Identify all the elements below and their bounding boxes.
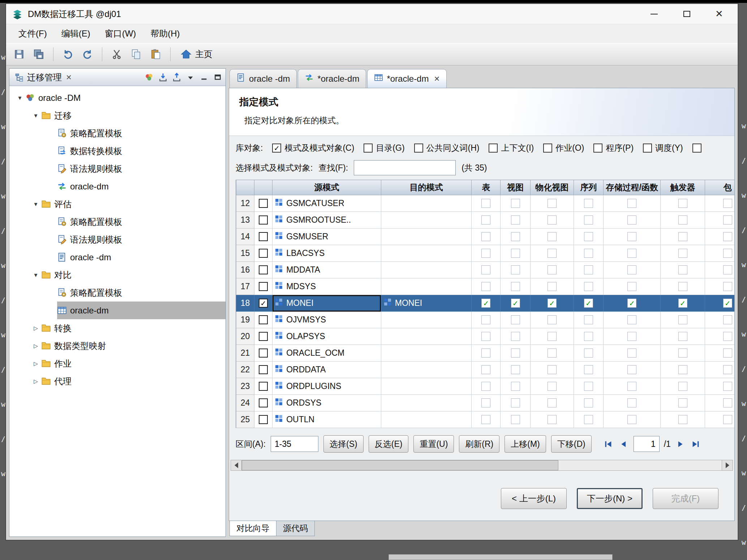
object-checkbox-icon[interactable] — [678, 265, 687, 274]
expand-arrow-icon[interactable]: ▷ — [30, 378, 41, 385]
object-checkbox-icon[interactable] — [548, 332, 557, 341]
object-checkbox-icon[interactable] — [511, 365, 520, 374]
schema-row[interactable]: 12GSMCATUSER — [236, 195, 735, 212]
object-checkbox-icon[interactable] — [627, 365, 636, 374]
tree-item[interactable]: ▷作业 — [9, 355, 226, 372]
object-checkbox-icon[interactable] — [548, 415, 557, 424]
object-checkbox-icon[interactable] — [723, 398, 732, 407]
object-checkbox-icon[interactable] — [678, 315, 687, 324]
collapse-arrow-icon[interactable]: ▼ — [30, 201, 41, 207]
column-header[interactable]: 物化视图 — [530, 180, 574, 195]
column-header-blank[interactable] — [236, 180, 254, 195]
collapse-arrow-icon[interactable]: ▼ — [30, 272, 41, 278]
object-checkbox-icon[interactable] — [511, 232, 520, 241]
row-checkbox-icon[interactable] — [259, 398, 268, 407]
object-checkbox-icon[interactable] — [678, 199, 687, 208]
tree-item[interactable]: 语法规则模板 — [9, 160, 226, 178]
object-checkbox-icon[interactable] — [723, 232, 732, 241]
object-checkbox-icon[interactable] — [678, 215, 687, 225]
object-checkbox-icon[interactable] — [548, 398, 557, 407]
object-checkbox-icon[interactable] — [627, 415, 636, 424]
object-checkbox-icon[interactable] — [723, 249, 732, 258]
object-checkbox-icon[interactable] — [584, 249, 593, 258]
object-checkbox-icon[interactable] — [627, 349, 636, 358]
object-checkbox-icon[interactable] — [584, 232, 593, 241]
column-header[interactable]: 源模式 — [272, 180, 381, 195]
table-action-button[interactable]: 下移(D) — [551, 435, 592, 453]
object-checkbox-icon[interactable] — [678, 232, 687, 241]
object-checkbox-icon[interactable] — [678, 415, 687, 424]
object-checkbox-icon[interactable] — [723, 415, 732, 424]
object-checkbox-icon[interactable] — [511, 315, 520, 324]
object-checkbox-icon[interactable] — [723, 199, 732, 208]
object-checkbox-icon[interactable] — [511, 382, 520, 391]
editor-tab[interactable]: *oracle-dm✕ — [367, 69, 447, 88]
redo-button[interactable] — [79, 46, 96, 63]
object-checkbox-icon[interactable] — [678, 349, 687, 358]
object-checkbox-icon[interactable] — [627, 282, 636, 291]
prev-page-icon[interactable] — [618, 439, 629, 449]
db-object-option[interactable]: 作业(O) — [543, 142, 584, 154]
tab-close-icon[interactable]: ✕ — [434, 74, 440, 83]
table-action-button[interactable]: 选择(S) — [323, 435, 364, 453]
save-button[interactable] — [10, 46, 28, 63]
row-checkbox-icon[interactable] — [259, 382, 268, 391]
object-checkbox-icon[interactable] — [481, 249, 490, 258]
object-checkbox-icon[interactable] — [723, 315, 732, 324]
horizontal-scrollbar[interactable] — [231, 460, 733, 471]
object-checkbox-icon[interactable] — [723, 332, 732, 341]
object-checkbox-icon[interactable] — [511, 265, 520, 274]
tree-item[interactable]: ▷转换 — [9, 319, 226, 337]
undo-button[interactable] — [59, 46, 77, 63]
row-checkbox-icon[interactable] — [259, 249, 268, 258]
object-checkbox-icon[interactable] — [723, 215, 732, 225]
export-icon[interactable] — [172, 73, 181, 82]
tree-item[interactable]: 策略配置模板 — [9, 124, 226, 142]
db-object-option[interactable]: 目录(G) — [364, 142, 404, 154]
editor-tab[interactable]: *oracle-dm — [298, 69, 366, 88]
schema-row[interactable]: 20OLAPSYS — [236, 328, 735, 345]
expand-arrow-icon[interactable]: ▷ — [30, 360, 41, 367]
scrollbar-track[interactable] — [242, 460, 722, 470]
object-checkbox-icon[interactable] — [548, 265, 557, 274]
schema-row[interactable]: 17MDSYS — [236, 278, 735, 295]
object-checkbox-icon[interactable] — [584, 349, 593, 358]
column-header[interactable]: 视图 — [501, 180, 530, 195]
object-checkbox-checked-icon[interactable] — [548, 299, 557, 308]
object-checkbox-icon[interactable] — [511, 349, 520, 358]
tree-item[interactable]: oracle-dm — [9, 302, 226, 319]
object-checkbox-icon[interactable] — [584, 315, 593, 324]
row-checkbox-icon[interactable] — [259, 199, 268, 208]
object-checkbox-icon[interactable] — [627, 398, 636, 407]
unchecked-checkbox-icon[interactable] — [489, 144, 498, 153]
range-input[interactable] — [271, 436, 318, 452]
copy-button[interactable] — [128, 46, 145, 63]
object-checkbox-icon[interactable] — [584, 215, 593, 225]
palette-icon[interactable] — [145, 73, 154, 82]
object-checkbox-icon[interactable] — [678, 365, 687, 374]
object-checkbox-icon[interactable] — [481, 265, 490, 274]
view-menu-icon[interactable] — [186, 73, 195, 82]
tab-migration-management[interactable]: 迁移管理 ✕ — [11, 69, 76, 86]
object-checkbox-icon[interactable] — [511, 332, 520, 341]
db-object-option[interactable]: 程序(P) — [593, 142, 634, 154]
column-header[interactable]: 表 — [472, 180, 501, 195]
tree-item[interactable]: ▷数据类型映射 — [9, 337, 226, 355]
table-action-button[interactable]: 刷新(R) — [459, 435, 499, 453]
object-checkbox-icon[interactable] — [627, 382, 636, 391]
row-checkbox-icon[interactable] — [259, 215, 268, 225]
object-checkbox-icon[interactable] — [723, 282, 732, 291]
column-header-blank[interactable] — [254, 180, 272, 195]
object-checkbox-icon[interactable] — [627, 249, 636, 258]
schema-row[interactable]: 23ORDPLUGINS — [236, 378, 735, 395]
object-checkbox-icon[interactable] — [723, 382, 732, 391]
scroll-left-icon[interactable] — [231, 460, 242, 470]
object-checkbox-icon[interactable] — [481, 365, 490, 374]
object-checkbox-icon[interactable] — [548, 315, 557, 324]
object-checkbox-checked-icon[interactable] — [627, 299, 636, 308]
object-checkbox-checked-icon[interactable] — [678, 299, 687, 308]
menu-item[interactable]: 编辑(E) — [54, 24, 98, 43]
expand-arrow-icon[interactable]: ▷ — [30, 343, 41, 349]
object-checkbox-icon[interactable] — [584, 398, 593, 407]
object-checkbox-icon[interactable] — [627, 332, 636, 341]
